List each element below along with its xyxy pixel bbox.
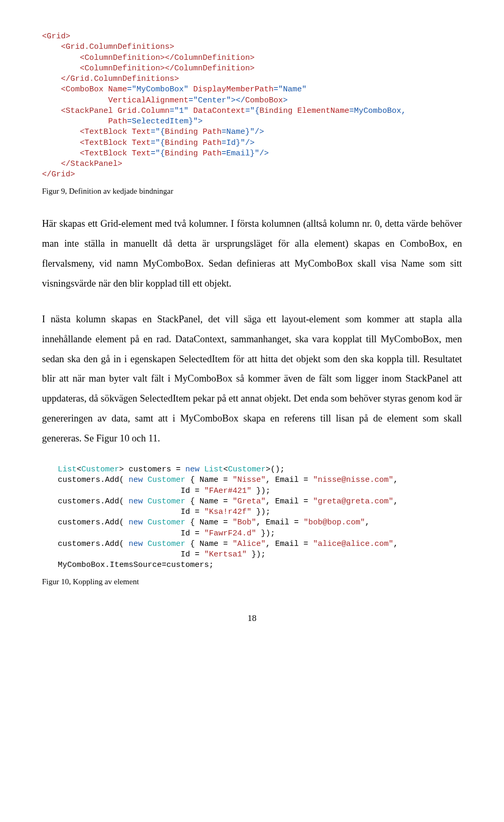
figure-caption-10: Figur 10, Koppling av element xyxy=(42,574,462,589)
code-line: Id = "Kertsa1" }); xyxy=(58,550,266,559)
code-line: customers.Add( new Customer { Name = "Bo… xyxy=(58,518,370,527)
code-line: <ComboBox Name="MyComboBox" DisplayMembe… xyxy=(42,85,307,94)
code-block-xaml: <Grid> <Grid.ColumnDefinitions> <ColumnD… xyxy=(42,31,462,181)
code-block-csharp: List<Customer> customers = new List<Cust… xyxy=(58,465,462,571)
paragraph-2: I nästa kolumn skapas en StackPanel, det… xyxy=(42,310,462,449)
figure-caption-9: Figur 9, Definition av kedjade bindninga… xyxy=(42,184,462,199)
code-line: customers.Add( new Customer { Name = "Gr… xyxy=(58,497,398,506)
code-line: <Grid.ColumnDefinitions> xyxy=(42,43,174,51)
code-line: </StackPanel> xyxy=(42,160,122,168)
code-line: <Grid> xyxy=(42,32,70,41)
code-line: Id = "FawrF24.d" }); xyxy=(58,529,275,538)
code-line: VerticalAlignment="Center"></ComboBox> xyxy=(42,96,288,105)
code-line: <ColumnDefinition></ColumnDefinition> xyxy=(42,64,255,73)
paragraph-1: Här skapas ett Grid-element med två kolu… xyxy=(42,214,462,294)
code-line: </Grid.ColumnDefinitions> xyxy=(42,75,179,83)
code-line: Id = "FAer#421" }); xyxy=(58,487,270,496)
code-line: <TextBlock Text="{Binding Path=Id}"/> xyxy=(42,139,255,147)
code-line: </Grid> xyxy=(42,170,75,179)
code-line: customers.Add( new Customer { Name = "Ni… xyxy=(58,476,398,484)
code-line: customers.Add( new Customer { Name = "Al… xyxy=(58,540,398,549)
page-number: 18 xyxy=(42,610,462,627)
code-line: Path=SelectedItem}"> xyxy=(42,117,203,126)
code-line: <TextBlock Text="{Binding Path=Email}"/> xyxy=(42,149,269,158)
code-line: MyComboBox.ItemsSource=customers; xyxy=(58,561,214,570)
code-line: <ColumnDefinition></ColumnDefinition> xyxy=(42,54,255,62)
code-line: <StackPanel Grid.Column="1" DataContext=… xyxy=(42,107,406,115)
code-line: List<Customer> customers = new List<Cust… xyxy=(58,465,285,474)
code-line: Id = "Ksa!r42f" }); xyxy=(58,508,270,517)
code-line: <TextBlock Text="{Binding Path=Name}"/> xyxy=(42,128,264,136)
